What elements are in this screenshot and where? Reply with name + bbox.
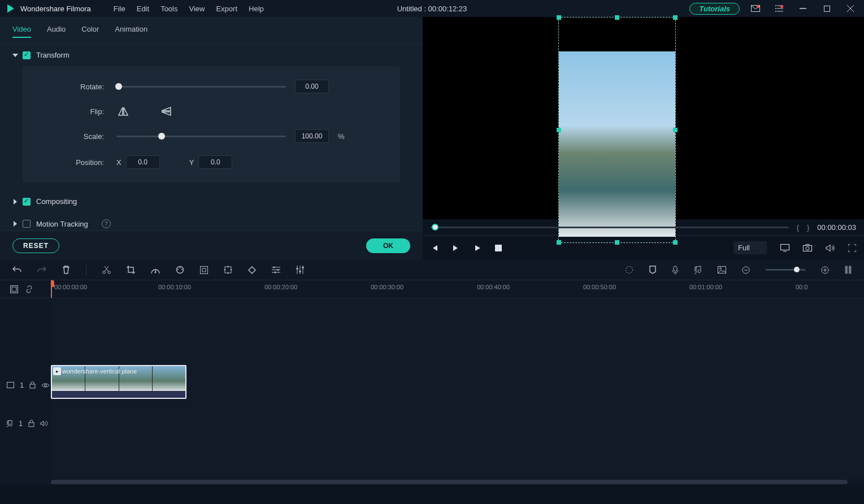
tab-animation[interactable]: Animation (115, 25, 147, 38)
svg-rect-51 (12, 287, 16, 292)
info-icon[interactable]: ? (102, 219, 111, 228)
svg-point-32 (275, 272, 276, 273)
next-frame-icon[interactable] (452, 244, 460, 252)
flip-label: Flip: (40, 107, 107, 116)
playhead[interactable] (51, 280, 52, 298)
video-track-icon (7, 382, 14, 388)
menu-help[interactable]: Help (249, 5, 264, 13)
mark-out-icon[interactable]: } (807, 223, 809, 232)
audio-mixer-icon[interactable] (296, 266, 304, 274)
visibility-icon[interactable] (41, 383, 50, 388)
color-icon[interactable] (176, 266, 184, 274)
scale-suffix: % (338, 132, 345, 141)
transform-checkbox[interactable] (23, 51, 31, 59)
svg-rect-48 (845, 266, 848, 274)
selection-rect[interactable] (558, 17, 676, 243)
flip-vertical-icon[interactable] (159, 106, 173, 117)
quality-select[interactable]: Full (733, 241, 767, 254)
resize-handle[interactable] (615, 240, 619, 245)
svg-rect-49 (849, 266, 852, 274)
menu-export[interactable]: Export (216, 5, 237, 13)
ok-button[interactable]: OK (366, 238, 410, 253)
scale-value[interactable]: 100.00 (295, 129, 329, 143)
window-minimize-icon[interactable] (795, 3, 811, 14)
stop-icon[interactable] (495, 245, 502, 251)
clip-label: wondershare-vertical plane (62, 368, 137, 375)
snapshot-icon[interactable] (803, 244, 812, 251)
display-icon[interactable] (780, 244, 789, 252)
zoom-fit-icon[interactable] (845, 266, 852, 274)
scrub-slider[interactable] (431, 227, 789, 228)
resize-handle[interactable] (673, 240, 678, 245)
motion-tracking-tool-icon[interactable] (224, 266, 232, 274)
speed-icon[interactable] (151, 266, 160, 274)
resize-handle[interactable] (615, 15, 619, 20)
adjust-icon[interactable] (272, 266, 280, 273)
resize-handle[interactable] (673, 15, 678, 20)
list-icon[interactable] (771, 3, 787, 14)
delete-icon[interactable] (62, 266, 70, 274)
link-icon[interactable] (25, 285, 33, 293)
section-transform[interactable]: Transform (0, 44, 423, 66)
tab-video[interactable]: Video (12, 25, 31, 38)
svg-rect-8 (824, 6, 830, 11)
mark-in-icon[interactable]: { (797, 223, 799, 232)
zoom-out-icon[interactable] (742, 266, 750, 274)
menu-tools[interactable]: Tools (160, 5, 177, 13)
reset-button[interactable]: RESET (12, 238, 59, 253)
tutorials-button[interactable]: Tutorials (689, 3, 740, 15)
lock-icon[interactable] (29, 381, 36, 389)
tab-color[interactable]: Color (81, 25, 99, 38)
scale-slider[interactable] (116, 136, 286, 137)
tab-audio[interactable]: Audio (47, 25, 66, 38)
position-x-value[interactable]: 0.0 (126, 155, 160, 169)
preview-canvas[interactable] (423, 17, 864, 219)
window-maximize-icon[interactable] (819, 3, 835, 14)
mute-icon[interactable] (40, 420, 47, 427)
redo-icon[interactable] (37, 266, 46, 274)
undo-icon[interactable] (12, 266, 21, 274)
zoom-slider[interactable] (766, 269, 805, 271)
play-icon[interactable] (474, 244, 481, 252)
timeline-ruler[interactable]: 00:00:00:00 00:00:10:00 00:00:20:00 00:0… (51, 280, 864, 298)
resize-handle[interactable] (557, 240, 561, 245)
resize-handle[interactable] (557, 128, 561, 132)
resize-handle[interactable] (673, 128, 678, 132)
clip[interactable]: ▸ wondershare-vertical plane (51, 365, 186, 399)
compositing-checkbox[interactable] (23, 198, 31, 206)
svg-point-19 (155, 271, 157, 273)
motion-tracking-label: Motion Tracking (36, 220, 88, 228)
motion-tracking-checkbox[interactable] (23, 220, 31, 228)
window-close-icon[interactable] (843, 3, 858, 14)
green-screen-icon[interactable] (200, 266, 208, 274)
lock-icon[interactable] (28, 420, 34, 427)
record-icon[interactable] (672, 266, 679, 275)
track-body[interactable]: ▸ wondershare-vertical plane (51, 298, 864, 485)
resize-handle[interactable] (557, 15, 561, 20)
crop-icon[interactable] (127, 266, 135, 274)
track-manager-icon[interactable] (10, 285, 18, 293)
prev-frame-icon[interactable] (431, 244, 438, 252)
fullscreen-icon[interactable] (848, 244, 856, 252)
marker-icon[interactable] (649, 266, 656, 274)
menu-edit[interactable]: Edit (137, 5, 149, 13)
audio-icon[interactable] (694, 266, 702, 274)
volume-icon[interactable] (826, 244, 835, 252)
rotate-value[interactable]: 0.00 (295, 80, 329, 93)
menu-file[interactable]: File (114, 5, 125, 13)
section-compositing[interactable]: Compositing (0, 190, 423, 212)
svg-point-4 (775, 5, 776, 6)
svg-rect-53 (30, 384, 35, 388)
rotate-slider[interactable] (116, 86, 286, 88)
flip-horizontal-icon[interactable] (116, 106, 130, 117)
mail-icon[interactable] (748, 3, 763, 14)
split-icon[interactable] (102, 266, 111, 274)
render-icon[interactable] (625, 266, 633, 274)
position-y-value[interactable]: 0.0 (198, 155, 232, 169)
zoom-in-icon[interactable] (821, 266, 829, 274)
menu-view[interactable]: View (189, 5, 205, 13)
keyframe-icon[interactable] (248, 266, 256, 274)
svg-point-5 (775, 8, 776, 9)
image-icon[interactable] (718, 266, 726, 273)
h-scrollbar[interactable] (51, 479, 864, 485)
